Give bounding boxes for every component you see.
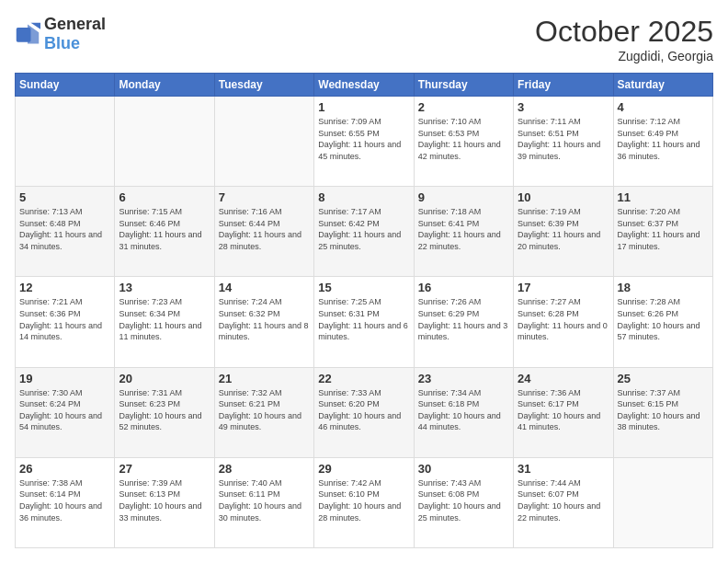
logo-general: General [44, 15, 106, 33]
day-info: Sunrise: 7:30 AM Sunset: 6:24 PM Dayligh… [19, 387, 110, 433]
day-info: Sunrise: 7:15 AM Sunset: 6:46 PM Dayligh… [119, 206, 210, 252]
day-number: 31 [518, 462, 609, 476]
day-number: 17 [518, 281, 609, 294]
calendar-week-5: 26Sunrise: 7:38 AM Sunset: 6:14 PM Dayli… [16, 457, 713, 547]
day-info: Sunrise: 7:16 AM Sunset: 6:44 PM Dayligh… [219, 206, 310, 252]
header: General Blue October 2025 Zugdidi, Georg… [15, 15, 713, 63]
day-info: Sunrise: 7:09 AM Sunset: 6:55 PM Dayligh… [318, 116, 409, 162]
calendar-cell: 15Sunrise: 7:25 AM Sunset: 6:31 PM Dayli… [314, 277, 414, 367]
day-info: Sunrise: 7:40 AM Sunset: 6:11 PM Dayligh… [219, 477, 310, 523]
day-info: Sunrise: 7:32 AM Sunset: 6:21 PM Dayligh… [219, 387, 310, 433]
col-sunday: Sunday [16, 74, 115, 97]
col-wednesday: Wednesday [314, 74, 414, 97]
day-info: Sunrise: 7:13 AM Sunset: 6:48 PM Dayligh… [19, 206, 110, 252]
day-info: Sunrise: 7:20 AM Sunset: 6:37 PM Dayligh… [618, 206, 709, 252]
title-area: October 2025 Zugdidi, Georgia [535, 15, 713, 63]
day-info: Sunrise: 7:24 AM Sunset: 6:32 PM Dayligh… [219, 296, 310, 342]
calendar-cell [613, 457, 712, 547]
calendar-cell: 29Sunrise: 7:42 AM Sunset: 6:10 PM Dayli… [314, 457, 414, 547]
day-number: 30 [418, 462, 509, 476]
logo: General Blue [15, 15, 106, 53]
day-number: 20 [119, 372, 210, 385]
day-number: 29 [318, 462, 409, 476]
calendar-cell: 7Sunrise: 7:16 AM Sunset: 6:44 PM Daylig… [214, 187, 313, 277]
calendar-cell: 27Sunrise: 7:39 AM Sunset: 6:13 PM Dayli… [115, 457, 214, 547]
calendar-week-1: 1Sunrise: 7:09 AM Sunset: 6:55 PM Daylig… [16, 97, 713, 187]
day-number: 19 [19, 372, 110, 385]
day-number: 9 [418, 190, 509, 204]
calendar-cell: 20Sunrise: 7:31 AM Sunset: 6:23 PM Dayli… [115, 367, 214, 457]
day-number: 28 [219, 462, 310, 476]
calendar-header-row: Sunday Monday Tuesday Wednesday Thursday… [16, 74, 713, 97]
day-number: 7 [219, 190, 310, 204]
calendar-week-4: 19Sunrise: 7:30 AM Sunset: 6:24 PM Dayli… [16, 367, 713, 457]
day-number: 11 [618, 190, 709, 204]
calendar-cell: 17Sunrise: 7:27 AM Sunset: 6:28 PM Dayli… [514, 277, 613, 367]
calendar-cell: 30Sunrise: 7:43 AM Sunset: 6:08 PM Dayli… [414, 457, 513, 547]
calendar-cell: 9Sunrise: 7:18 AM Sunset: 6:41 PM Daylig… [414, 187, 513, 277]
calendar-week-3: 12Sunrise: 7:21 AM Sunset: 6:36 PM Dayli… [16, 277, 713, 367]
day-number: 22 [318, 372, 409, 385]
calendar-cell: 28Sunrise: 7:40 AM Sunset: 6:11 PM Dayli… [214, 457, 313, 547]
day-info: Sunrise: 7:34 AM Sunset: 6:18 PM Dayligh… [418, 387, 509, 433]
calendar-cell: 1Sunrise: 7:09 AM Sunset: 6:55 PM Daylig… [314, 97, 414, 187]
calendar-cell: 18Sunrise: 7:28 AM Sunset: 6:26 PM Dayli… [613, 277, 712, 367]
day-number: 8 [318, 190, 409, 204]
day-info: Sunrise: 7:44 AM Sunset: 6:07 PM Dayligh… [518, 477, 609, 523]
day-info: Sunrise: 7:28 AM Sunset: 6:26 PM Dayligh… [618, 296, 709, 342]
day-number: 24 [518, 372, 609, 385]
day-info: Sunrise: 7:33 AM Sunset: 6:20 PM Dayligh… [318, 387, 409, 433]
day-info: Sunrise: 7:26 AM Sunset: 6:29 PM Dayligh… [418, 296, 509, 342]
day-info: Sunrise: 7:42 AM Sunset: 6:10 PM Dayligh… [318, 477, 409, 523]
day-info: Sunrise: 7:36 AM Sunset: 6:17 PM Dayligh… [518, 387, 609, 433]
logo-blue: Blue [44, 34, 80, 52]
calendar-week-2: 5Sunrise: 7:13 AM Sunset: 6:48 PM Daylig… [16, 187, 713, 277]
calendar-cell: 12Sunrise: 7:21 AM Sunset: 6:36 PM Dayli… [16, 277, 115, 367]
calendar-cell: 6Sunrise: 7:15 AM Sunset: 6:46 PM Daylig… [115, 187, 214, 277]
calendar-cell [115, 97, 214, 187]
day-number: 26 [19, 462, 110, 476]
day-number: 5 [19, 190, 110, 204]
day-info: Sunrise: 7:12 AM Sunset: 6:49 PM Dayligh… [618, 116, 709, 162]
svg-marker-1 [28, 25, 39, 44]
calendar-cell: 13Sunrise: 7:23 AM Sunset: 6:34 PM Dayli… [115, 277, 214, 367]
day-number: 6 [119, 190, 210, 204]
day-number: 23 [418, 372, 509, 385]
day-info: Sunrise: 7:37 AM Sunset: 6:15 PM Dayligh… [618, 387, 709, 433]
day-info: Sunrise: 7:11 AM Sunset: 6:51 PM Dayligh… [518, 116, 609, 162]
day-number: 25 [618, 372, 709, 385]
calendar-cell: 19Sunrise: 7:30 AM Sunset: 6:24 PM Dayli… [16, 367, 115, 457]
calendar-cell: 24Sunrise: 7:36 AM Sunset: 6:17 PM Dayli… [514, 367, 613, 457]
day-number: 12 [19, 281, 110, 294]
calendar-cell: 23Sunrise: 7:34 AM Sunset: 6:18 PM Dayli… [414, 367, 513, 457]
page: General Blue October 2025 Zugdidi, Georg… [0, 0, 728, 563]
day-number: 13 [119, 281, 210, 294]
calendar-cell: 3Sunrise: 7:11 AM Sunset: 6:51 PM Daylig… [514, 97, 613, 187]
calendar-table: Sunday Monday Tuesday Wednesday Thursday… [15, 73, 713, 548]
day-info: Sunrise: 7:38 AM Sunset: 6:14 PM Dayligh… [19, 477, 110, 523]
day-number: 4 [618, 100, 709, 114]
day-info: Sunrise: 7:31 AM Sunset: 6:23 PM Dayligh… [119, 387, 210, 433]
calendar-cell: 10Sunrise: 7:19 AM Sunset: 6:39 PM Dayli… [514, 187, 613, 277]
calendar-cell: 4Sunrise: 7:12 AM Sunset: 6:49 PM Daylig… [613, 97, 712, 187]
day-info: Sunrise: 7:27 AM Sunset: 6:28 PM Dayligh… [518, 296, 609, 342]
calendar-cell: 8Sunrise: 7:17 AM Sunset: 6:42 PM Daylig… [314, 187, 414, 277]
logo-icon [15, 21, 40, 47]
day-number: 21 [219, 372, 310, 385]
logo-text: General Blue [44, 15, 106, 53]
col-tuesday: Tuesday [214, 74, 313, 97]
col-friday: Friday [514, 74, 613, 97]
day-number: 15 [318, 281, 409, 294]
col-saturday: Saturday [613, 74, 712, 97]
day-info: Sunrise: 7:23 AM Sunset: 6:34 PM Dayligh… [119, 296, 210, 342]
day-info: Sunrise: 7:10 AM Sunset: 6:53 PM Dayligh… [418, 116, 509, 162]
calendar-cell: 2Sunrise: 7:10 AM Sunset: 6:53 PM Daylig… [414, 97, 513, 187]
day-number: 18 [618, 281, 709, 294]
day-number: 16 [418, 281, 509, 294]
day-info: Sunrise: 7:18 AM Sunset: 6:41 PM Dayligh… [418, 206, 509, 252]
calendar-cell: 21Sunrise: 7:32 AM Sunset: 6:21 PM Dayli… [214, 367, 313, 457]
calendar-cell: 11Sunrise: 7:20 AM Sunset: 6:37 PM Dayli… [613, 187, 712, 277]
calendar-cell [214, 97, 313, 187]
location: Zugdidi, Georgia [535, 49, 713, 63]
col-monday: Monday [115, 74, 214, 97]
